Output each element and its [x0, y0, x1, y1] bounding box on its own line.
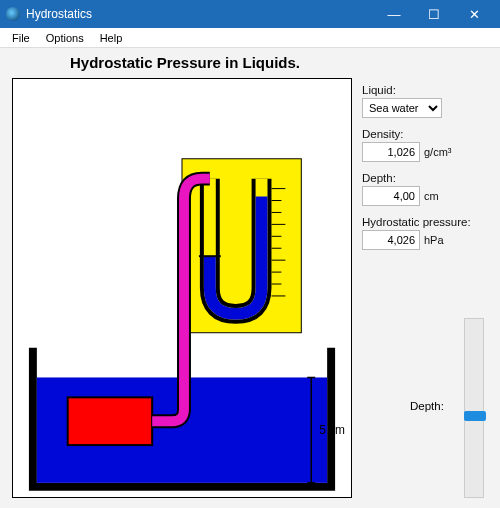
density-unit: g/cm³: [424, 146, 452, 158]
menu-help[interactable]: Help: [92, 30, 131, 46]
depth-unit: cm: [424, 190, 439, 202]
close-button[interactable]: ✕: [454, 0, 494, 28]
sensor-box: [68, 397, 153, 445]
app-icon: [6, 7, 20, 21]
depth-slider-label: Depth:: [410, 400, 444, 412]
pressure-label: Hydrostatic pressure:: [362, 216, 490, 228]
maximize-button[interactable]: ☐: [414, 0, 454, 28]
pressure-unit: hPa: [424, 234, 444, 246]
liquid-label: Liquid:: [362, 84, 490, 96]
pressure-field[interactable]: [362, 230, 420, 250]
depth-slider-track[interactable]: [464, 318, 484, 498]
depth-slider-thumb[interactable]: [464, 411, 486, 421]
menu-bar: File Options Help: [0, 28, 500, 48]
depth-field[interactable]: [362, 186, 420, 206]
menu-options[interactable]: Options: [38, 30, 92, 46]
simulation-canvas: 5 cm: [12, 78, 352, 498]
control-panel: Liquid: Sea water Density: g/cm³ Depth: …: [362, 74, 490, 250]
minimize-button[interactable]: —: [374, 0, 414, 28]
depth-scale-label: 5 cm: [319, 423, 345, 437]
density-field[interactable]: [362, 142, 420, 162]
density-label: Density:: [362, 128, 490, 140]
liquid-select[interactable]: Sea water: [362, 98, 442, 118]
depth-label: Depth:: [362, 172, 490, 184]
window-title: Hydrostatics: [26, 7, 374, 21]
page-title: Hydrostatic Pressure in Liquids.: [0, 54, 370, 71]
menu-file[interactable]: File: [4, 30, 38, 46]
